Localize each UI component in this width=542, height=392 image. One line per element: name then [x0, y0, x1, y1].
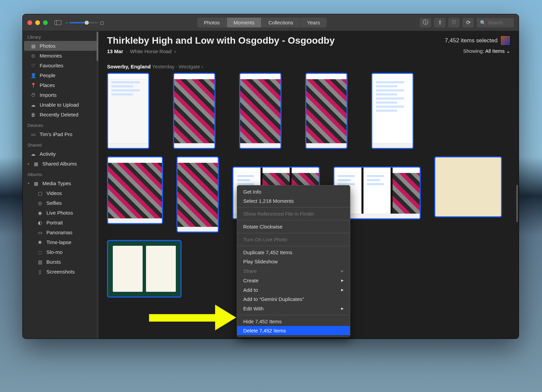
- menu-item-rotate-clockwise[interactable]: Rotate Clockwise: [237, 222, 350, 231]
- moment-date: Yesterday: [152, 64, 174, 69]
- sidebar-item-label: Memories: [40, 53, 62, 59]
- photo-thumbnail[interactable]: [173, 73, 215, 149]
- sidebar-item-photos[interactable]: ▦Photos: [24, 41, 97, 51]
- sidebar-item-time-lapse[interactable]: ✺Time-lapse: [24, 237, 97, 247]
- disclosure-triangle-icon[interactable]: ▾: [27, 181, 30, 185]
- menu-item-label: Create: [243, 278, 258, 283]
- menu-item-duplicate-7-452-items[interactable]: Duplicate 7,452 Items: [237, 248, 350, 257]
- breadcrumb[interactable]: 13 Mar · White Horse Road › Showing: All…: [107, 48, 510, 54]
- showing-label: Showing:: [463, 48, 484, 54]
- shared-albums-icon: ▦: [33, 161, 39, 167]
- moment-location: Sowerby, England: [107, 64, 151, 69]
- people-icon: 👤: [30, 73, 36, 78]
- rotate-button[interactable]: ⟳: [462, 18, 474, 27]
- submenu-arrow-icon: ▸: [341, 277, 344, 283]
- screenshots-icon: ▯: [37, 269, 43, 275]
- sidebar-item-panoramas[interactable]: ▭Panoramas: [24, 227, 97, 237]
- menu-item-label: Hide 7,452 Items: [243, 319, 282, 324]
- thumbnail-zoom-slider[interactable]: ▫ ◻: [66, 20, 104, 25]
- menu-item-delete-7-452-items[interactable]: Delete 7,452 Items: [237, 326, 350, 335]
- sidebar-item-slo-mo[interactable]: ◌Slo-mo: [24, 247, 97, 257]
- favourite-button[interactable]: ♡: [448, 18, 460, 27]
- moment-place: Westgate: [179, 64, 200, 69]
- menu-item-select-1-218-moments[interactable]: Select 1,218 Moments: [237, 196, 350, 205]
- sidebar-item-bursts[interactable]: ▥Bursts: [24, 257, 97, 267]
- photo-thumbnail[interactable]: [371, 73, 414, 149]
- menu-item-get-info[interactable]: Get Info: [237, 187, 350, 196]
- context-menu[interactable]: Get InfoSelect 1,218 MomentsShow Referen…: [237, 185, 350, 337]
- menu-item-label: Delete 7,452 Items: [243, 328, 286, 333]
- minimize-window-button[interactable]: [35, 20, 40, 25]
- selection-thumbnail: [500, 36, 510, 46]
- showing-value[interactable]: All Items: [485, 48, 505, 54]
- menu-item-label: Rotate Clockwise: [243, 224, 283, 230]
- sidebar-item-label: Tim's iPad Pro: [40, 131, 72, 137]
- share-button[interactable]: ⇪: [434, 18, 445, 27]
- view-tab-moments[interactable]: Moments: [227, 18, 262, 27]
- sidebar-item-places[interactable]: 📍Places: [24, 80, 97, 90]
- sidebar-item-people[interactable]: 👤People: [24, 70, 97, 80]
- photo-thumbnail[interactable]: [107, 240, 182, 298]
- fullscreen-window-button[interactable]: [43, 20, 48, 25]
- menu-item-add-to-gemini-duplicates[interactable]: Add to “Gemini Duplicates”: [237, 295, 350, 304]
- photo-thumbnail[interactable]: [239, 73, 282, 149]
- close-window-button[interactable]: [27, 20, 32, 25]
- sidebar-item-shared-albums[interactable]: ▸▦Shared Albums: [24, 159, 97, 169]
- unable-upload-icon: ☁: [30, 102, 36, 108]
- photo-thumbnail[interactable]: [107, 156, 163, 224]
- sidebar[interactable]: Library▦Photos⊙Memories♡Favourites👤Peopl…: [23, 31, 99, 339]
- sidebar-item-recently-deleted[interactable]: 🗑Recently Deleted: [24, 110, 97, 119]
- sidebar-item-imports[interactable]: ⏱Imports: [24, 90, 97, 100]
- view-tab-photos[interactable]: Photos: [197, 18, 227, 27]
- content-scrollbar[interactable]: [516, 185, 518, 222]
- sidebar-item-activity[interactable]: ☁Activity: [24, 149, 97, 159]
- photo-thumbnail[interactable]: [434, 156, 502, 217]
- menu-item-hide-7-452-items[interactable]: Hide 7,452 Items: [237, 317, 350, 326]
- menu-item-edit-with[interactable]: Edit With▸: [237, 304, 350, 313]
- menu-item-share: Share▸: [237, 266, 350, 276]
- sidebar-scrollbar[interactable]: [97, 32, 98, 61]
- sidebar-group-shared: Shared: [23, 139, 99, 149]
- sidebar-item-portrait[interactable]: ◐Portrait: [24, 218, 97, 227]
- menu-item-play-slideshow[interactable]: Play Slideshow: [237, 257, 350, 266]
- sidebar-group-albums: Albums: [23, 169, 99, 178]
- photo-thumbnail[interactable]: [107, 73, 149, 149]
- sidebar-item-screenshots[interactable]: ▯Screenshots: [24, 267, 97, 277]
- slider-knob[interactable]: [85, 21, 89, 25]
- sidebar-item-label: Unable to Upload: [40, 102, 79, 108]
- sidebar-item-videos[interactable]: ▢Videos: [24, 188, 97, 198]
- moment-header[interactable]: Sowerby, England Yesterday · Westgate ›: [107, 64, 510, 69]
- sidebar-item-unable-upload[interactable]: ☁Unable to Upload: [24, 100, 97, 110]
- menu-item-show-referenced-file-in-finder: Show Referenced File in Finder: [237, 209, 350, 218]
- sidebar-item-selfies[interactable]: ◎Selfies: [24, 198, 97, 208]
- photo-thumbnail[interactable]: [305, 73, 348, 149]
- sidebar-item-label: Time-lapse: [46, 239, 71, 245]
- sidebar-item-memories[interactable]: ⊙Memories: [24, 51, 97, 61]
- chevron-right-icon: ›: [174, 48, 176, 54]
- sidebar-item-media-types[interactable]: ▾▦Media Types: [24, 178, 97, 188]
- view-segmented-control[interactable]: PhotosMomentsCollectionsYears: [197, 18, 327, 27]
- view-tab-collections[interactable]: Collections: [261, 18, 300, 27]
- sidebar-item-live-photos[interactable]: ◉Live Photos: [24, 208, 97, 218]
- page-title: Thirkleby High and Low with Osgodby - Os…: [107, 35, 335, 46]
- sidebar-item-label: Panoramas: [46, 230, 72, 235]
- menu-item-add-to[interactable]: Add to▸: [237, 285, 350, 295]
- sidebar-item-label: Slo-mo: [46, 249, 63, 255]
- sidebar-item-tims-ipad-pro[interactable]: ▭Tim's iPad Pro: [24, 129, 97, 139]
- sidebar-item-label: Favourites: [40, 63, 63, 68]
- sidebar-toggle-icon[interactable]: [55, 20, 61, 25]
- menu-item-label: Select 1,218 Moments: [243, 198, 294, 204]
- info-button[interactable]: ⓘ: [420, 18, 431, 27]
- view-tab-years[interactable]: Years: [300, 18, 327, 27]
- imports-icon: ⏱: [30, 92, 36, 98]
- menu-item-create[interactable]: Create▸: [237, 276, 350, 285]
- search-input[interactable]: [488, 20, 512, 25]
- menu-item-label: Duplicate 7,452 Items: [243, 249, 292, 255]
- menu-item-label: Share: [243, 268, 257, 274]
- search-field[interactable]: 🔍: [477, 18, 514, 27]
- photo-thumbnail[interactable]: [176, 156, 219, 233]
- sidebar-item-favourites[interactable]: ♡Favourites: [24, 61, 97, 70]
- sidebar-item-label: Shared Albums: [42, 161, 77, 167]
- disclosure-triangle-icon[interactable]: ▸: [27, 162, 30, 166]
- panoramas-icon: ▭: [37, 230, 43, 235]
